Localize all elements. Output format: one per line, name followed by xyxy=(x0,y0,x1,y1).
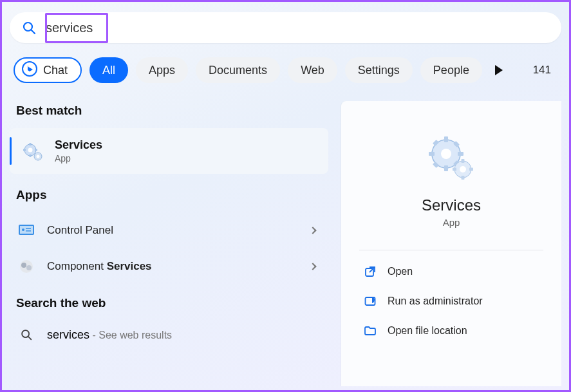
open-icon xyxy=(363,265,377,279)
apps-result-component-services[interactable]: Component Services xyxy=(10,248,328,285)
search-input[interactable] xyxy=(46,21,550,35)
web-query: services xyxy=(47,328,89,341)
svg-rect-34 xyxy=(462,176,465,180)
search-icon xyxy=(21,20,37,35)
filter-row: Chat All Apps Documents Web Settings Peo… xyxy=(2,43,569,83)
chevron-right-icon xyxy=(309,263,316,270)
best-match-result[interactable]: Services App xyxy=(10,128,328,174)
svg-rect-6 xyxy=(30,154,32,157)
tab-apps[interactable]: Apps xyxy=(136,57,188,83)
svg-point-0 xyxy=(24,23,32,31)
text-bold: Services xyxy=(107,260,152,272)
svg-rect-25 xyxy=(429,152,435,156)
svg-rect-7 xyxy=(23,149,26,151)
results-column: Best match Services A xyxy=(10,101,328,386)
detail-panel: Services App Open Run as administrator xyxy=(341,101,561,386)
svg-point-13 xyxy=(22,229,24,231)
web-hint: - See web results xyxy=(89,330,172,341)
result-count: 141 xyxy=(533,64,557,77)
svg-point-17 xyxy=(21,263,26,268)
action-label: Run as administrator xyxy=(388,295,483,307)
tab-label: Chat xyxy=(43,64,68,77)
control-panel-icon xyxy=(17,221,35,239)
svg-point-4 xyxy=(28,147,33,152)
svg-rect-36 xyxy=(469,168,473,171)
apps-result-control-panel[interactable]: Control Panel xyxy=(10,212,328,248)
section-apps: Apps xyxy=(10,185,328,212)
tab-documents[interactable]: Documents xyxy=(196,57,280,83)
svg-point-18 xyxy=(26,265,32,270)
action-open[interactable]: Open xyxy=(359,257,543,286)
search-icon xyxy=(17,326,35,344)
web-result-services[interactable]: services - See web results xyxy=(10,321,328,344)
search-bar[interactable] xyxy=(10,12,561,43)
shield-icon xyxy=(363,294,377,308)
folder-icon xyxy=(363,324,377,338)
svg-point-22 xyxy=(441,149,451,159)
svg-rect-23 xyxy=(444,136,448,142)
web-result-label: services - See web results xyxy=(47,328,172,342)
svg-line-1 xyxy=(32,30,35,33)
tab-web[interactable]: Web xyxy=(288,57,337,83)
svg-point-10 xyxy=(37,154,40,158)
best-match-subtitle: App xyxy=(55,153,102,163)
action-label: Open file location xyxy=(388,325,467,337)
action-label: Open xyxy=(388,266,413,277)
svg-rect-15 xyxy=(26,230,31,232)
result-label: Control Panel xyxy=(47,224,299,237)
text-prefix: Component xyxy=(47,260,107,272)
svg-rect-35 xyxy=(453,168,456,171)
tab-all[interactable]: All xyxy=(89,57,128,83)
detail-app-icon xyxy=(359,133,543,183)
chevron-right-icon xyxy=(309,227,316,234)
svg-rect-33 xyxy=(462,159,465,163)
divider xyxy=(359,250,543,250)
section-search-web: Search the web xyxy=(10,294,328,321)
component-services-icon xyxy=(17,257,35,275)
svg-rect-8 xyxy=(35,149,37,151)
svg-rect-14 xyxy=(26,228,31,229)
tab-people[interactable]: People xyxy=(420,57,482,83)
action-open-location[interactable]: Open file location xyxy=(359,316,543,346)
tab-chat[interactable]: Chat xyxy=(14,57,82,83)
content-area: Best match Services A xyxy=(2,101,569,386)
action-run-admin[interactable]: Run as administrator xyxy=(359,286,543,316)
best-match-title: Services xyxy=(55,138,102,152)
more-arrow-icon[interactable] xyxy=(495,65,503,75)
svg-rect-24 xyxy=(444,165,448,171)
result-label: Component Services xyxy=(47,260,299,273)
detail-title: Services xyxy=(359,196,543,214)
bing-chat-icon xyxy=(21,61,38,80)
svg-point-32 xyxy=(460,166,466,173)
svg-rect-26 xyxy=(458,152,463,156)
svg-line-20 xyxy=(28,337,31,339)
svg-point-19 xyxy=(22,330,29,337)
section-best-match: Best match xyxy=(10,101,328,128)
svg-rect-5 xyxy=(30,143,32,145)
tab-settings[interactable]: Settings xyxy=(345,57,413,83)
services-app-icon xyxy=(21,140,44,163)
detail-subtitle: App xyxy=(359,217,543,228)
